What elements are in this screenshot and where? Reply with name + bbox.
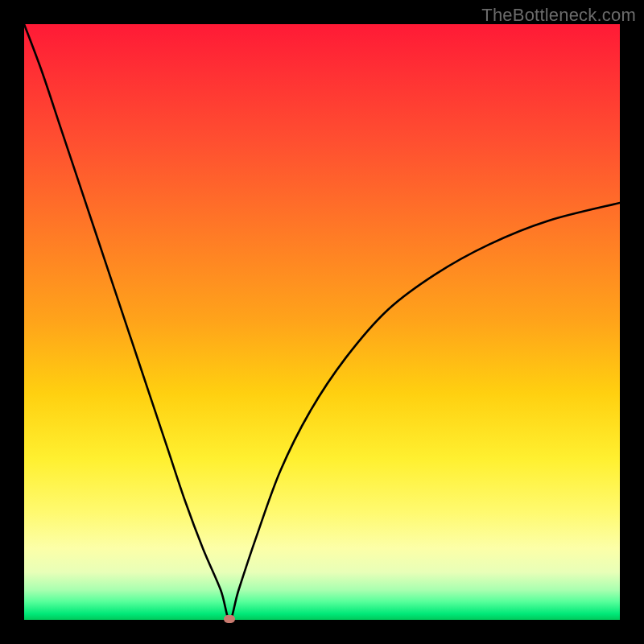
bottleneck-curve	[24, 24, 620, 620]
plot-area	[24, 24, 620, 620]
chart-frame: TheBottleneck.com	[0, 0, 644, 644]
curve-path	[24, 24, 620, 620]
watermark-text: TheBottleneck.com	[481, 5, 636, 26]
optimum-point-marker	[224, 615, 235, 623]
